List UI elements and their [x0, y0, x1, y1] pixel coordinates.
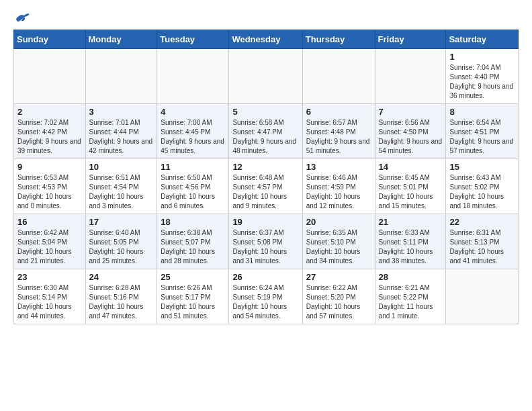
- day-info: Sunrise: 6:30 AM Sunset: 5:14 PM Dayligh…: [17, 283, 82, 321]
- calendar-day-cell: 23Sunrise: 6:30 AM Sunset: 5:14 PM Dayli…: [14, 269, 86, 324]
- calendar-day-cell: 7Sunrise: 6:56 AM Sunset: 4:50 PM Daylig…: [375, 104, 446, 159]
- calendar-day-cell: 20Sunrise: 6:35 AM Sunset: 5:10 PM Dayli…: [302, 214, 375, 269]
- header: [13, 12, 519, 24]
- calendar-day-cell: 8Sunrise: 6:54 AM Sunset: 4:51 PM Daylig…: [446, 104, 519, 159]
- day-number: 26: [232, 272, 298, 282]
- day-number: 25: [161, 272, 225, 282]
- day-info: Sunrise: 6:56 AM Sunset: 4:50 PM Dayligh…: [379, 118, 443, 156]
- logo: [13, 15, 30, 24]
- day-info: Sunrise: 7:02 AM Sunset: 4:42 PM Dayligh…: [17, 118, 82, 156]
- day-info: Sunrise: 6:38 AM Sunset: 5:07 PM Dayligh…: [161, 228, 225, 266]
- day-info: Sunrise: 6:40 AM Sunset: 5:05 PM Dayligh…: [89, 228, 154, 266]
- calendar-day-cell: 18Sunrise: 6:38 AM Sunset: 5:07 PM Dayli…: [157, 214, 229, 269]
- day-number: 17: [89, 217, 154, 227]
- day-info: Sunrise: 7:01 AM Sunset: 4:44 PM Dayligh…: [89, 118, 154, 156]
- calendar-day-cell: 16Sunrise: 6:42 AM Sunset: 5:04 PM Dayli…: [14, 214, 86, 269]
- day-info: Sunrise: 6:46 AM Sunset: 4:59 PM Dayligh…: [306, 173, 371, 211]
- calendar-day-cell: 9Sunrise: 6:53 AM Sunset: 4:53 PM Daylig…: [14, 159, 86, 214]
- calendar-day-cell: 6Sunrise: 6:57 AM Sunset: 4:48 PM Daylig…: [302, 104, 375, 159]
- calendar-day-cell: 5Sunrise: 6:58 AM Sunset: 4:47 PM Daylig…: [229, 104, 302, 159]
- calendar-day-cell: 24Sunrise: 6:28 AM Sunset: 5:16 PM Dayli…: [85, 269, 157, 324]
- day-info: Sunrise: 6:57 AM Sunset: 4:48 PM Dayligh…: [306, 118, 371, 156]
- day-number: 11: [161, 162, 225, 172]
- day-info: Sunrise: 6:53 AM Sunset: 4:53 PM Dayligh…: [17, 173, 82, 211]
- calendar-day-cell: 25Sunrise: 6:26 AM Sunset: 5:17 PM Dayli…: [157, 269, 229, 324]
- calendar-day-cell: 4Sunrise: 7:00 AM Sunset: 4:45 PM Daylig…: [157, 104, 229, 159]
- calendar-day-cell: 26Sunrise: 6:24 AM Sunset: 5:19 PM Dayli…: [229, 269, 302, 324]
- calendar-day-cell: 15Sunrise: 6:43 AM Sunset: 5:02 PM Dayli…: [446, 159, 519, 214]
- day-info: Sunrise: 6:22 AM Sunset: 5:20 PM Dayligh…: [306, 283, 371, 321]
- calendar-week-row: 2Sunrise: 7:02 AM Sunset: 4:42 PM Daylig…: [14, 104, 519, 159]
- calendar-week-row: 9Sunrise: 6:53 AM Sunset: 4:53 PM Daylig…: [14, 159, 519, 214]
- weekday-header-wednesday: Wednesday: [229, 30, 302, 49]
- day-number: 24: [89, 272, 154, 282]
- day-info: Sunrise: 6:21 AM Sunset: 5:22 PM Dayligh…: [379, 283, 443, 321]
- day-number: 19: [232, 217, 298, 227]
- day-number: 14: [379, 162, 443, 172]
- logo-bird-icon: [15, 12, 30, 24]
- calendar-day-cell: [85, 49, 157, 104]
- weekday-header-monday: Monday: [85, 30, 157, 49]
- page: SundayMondayTuesdayWednesdayThursdayFrid…: [0, 0, 532, 336]
- day-number: 20: [306, 217, 371, 227]
- calendar-day-cell: 1Sunrise: 7:04 AM Sunset: 4:40 PM Daylig…: [446, 49, 519, 104]
- day-info: Sunrise: 6:45 AM Sunset: 5:01 PM Dayligh…: [379, 173, 443, 211]
- day-number: 15: [449, 162, 515, 172]
- day-number: 2: [17, 107, 82, 117]
- calendar-table: SundayMondayTuesdayWednesdayThursdayFrid…: [13, 30, 519, 324]
- day-info: Sunrise: 6:35 AM Sunset: 5:10 PM Dayligh…: [306, 228, 371, 266]
- calendar-week-row: 1Sunrise: 7:04 AM Sunset: 4:40 PM Daylig…: [14, 49, 519, 104]
- day-info: Sunrise: 6:42 AM Sunset: 5:04 PM Dayligh…: [17, 228, 82, 266]
- calendar-day-cell: [229, 49, 302, 104]
- day-number: 7: [379, 107, 443, 117]
- calendar-day-cell: 11Sunrise: 6:50 AM Sunset: 4:56 PM Dayli…: [157, 159, 229, 214]
- calendar-day-cell: 19Sunrise: 6:37 AM Sunset: 5:08 PM Dayli…: [229, 214, 302, 269]
- weekday-header-tuesday: Tuesday: [157, 30, 229, 49]
- weekday-header-thursday: Thursday: [302, 30, 375, 49]
- day-number: 8: [449, 107, 515, 117]
- day-info: Sunrise: 6:28 AM Sunset: 5:16 PM Dayligh…: [89, 283, 154, 321]
- day-number: 22: [449, 217, 515, 227]
- day-number: 3: [89, 107, 154, 117]
- day-info: Sunrise: 6:54 AM Sunset: 4:51 PM Dayligh…: [449, 118, 515, 156]
- calendar-day-cell: 14Sunrise: 6:45 AM Sunset: 5:01 PM Dayli…: [375, 159, 446, 214]
- calendar-day-cell: 21Sunrise: 6:33 AM Sunset: 5:11 PM Dayli…: [375, 214, 446, 269]
- calendar-week-row: 16Sunrise: 6:42 AM Sunset: 5:04 PM Dayli…: [14, 214, 519, 269]
- day-info: Sunrise: 6:31 AM Sunset: 5:13 PM Dayligh…: [449, 228, 515, 266]
- day-number: 21: [379, 217, 443, 227]
- calendar-day-cell: [14, 49, 86, 104]
- day-number: 18: [161, 217, 225, 227]
- day-info: Sunrise: 6:37 AM Sunset: 5:08 PM Dayligh…: [232, 228, 298, 266]
- day-info: Sunrise: 6:48 AM Sunset: 4:57 PM Dayligh…: [232, 173, 298, 211]
- day-info: Sunrise: 6:26 AM Sunset: 5:17 PM Dayligh…: [161, 283, 225, 321]
- day-number: 9: [17, 162, 82, 172]
- day-info: Sunrise: 6:33 AM Sunset: 5:11 PM Dayligh…: [379, 228, 443, 266]
- day-number: 23: [17, 272, 82, 282]
- day-info: Sunrise: 6:43 AM Sunset: 5:02 PM Dayligh…: [449, 173, 515, 211]
- calendar-day-cell: [446, 269, 519, 324]
- calendar-day-cell: 17Sunrise: 6:40 AM Sunset: 5:05 PM Dayli…: [85, 214, 157, 269]
- calendar-day-cell: 22Sunrise: 6:31 AM Sunset: 5:13 PM Dayli…: [446, 214, 519, 269]
- day-number: 10: [89, 162, 154, 172]
- day-info: Sunrise: 7:00 AM Sunset: 4:45 PM Dayligh…: [161, 118, 225, 156]
- day-number: 6: [306, 107, 371, 117]
- day-info: Sunrise: 7:04 AM Sunset: 4:40 PM Dayligh…: [449, 63, 515, 101]
- day-number: 28: [379, 272, 443, 282]
- day-info: Sunrise: 6:58 AM Sunset: 4:47 PM Dayligh…: [232, 118, 298, 156]
- calendar-day-cell: 13Sunrise: 6:46 AM Sunset: 4:59 PM Dayli…: [302, 159, 375, 214]
- weekday-header-sunday: Sunday: [14, 30, 86, 49]
- day-number: 13: [306, 162, 371, 172]
- calendar-day-cell: 3Sunrise: 7:01 AM Sunset: 4:44 PM Daylig…: [85, 104, 157, 159]
- weekday-header-row: SundayMondayTuesdayWednesdayThursdayFrid…: [14, 30, 519, 49]
- calendar-day-cell: 27Sunrise: 6:22 AM Sunset: 5:20 PM Dayli…: [302, 269, 375, 324]
- weekday-header-friday: Friday: [375, 30, 446, 49]
- day-info: Sunrise: 6:50 AM Sunset: 4:56 PM Dayligh…: [161, 173, 225, 211]
- calendar-day-cell: [375, 49, 446, 104]
- calendar-day-cell: 12Sunrise: 6:48 AM Sunset: 4:57 PM Dayli…: [229, 159, 302, 214]
- day-number: 27: [306, 272, 371, 282]
- day-number: 1: [449, 52, 515, 62]
- day-number: 5: [232, 107, 298, 117]
- day-info: Sunrise: 6:51 AM Sunset: 4:54 PM Dayligh…: [89, 173, 154, 211]
- day-number: 12: [232, 162, 298, 172]
- day-info: Sunrise: 6:24 AM Sunset: 5:19 PM Dayligh…: [232, 283, 298, 321]
